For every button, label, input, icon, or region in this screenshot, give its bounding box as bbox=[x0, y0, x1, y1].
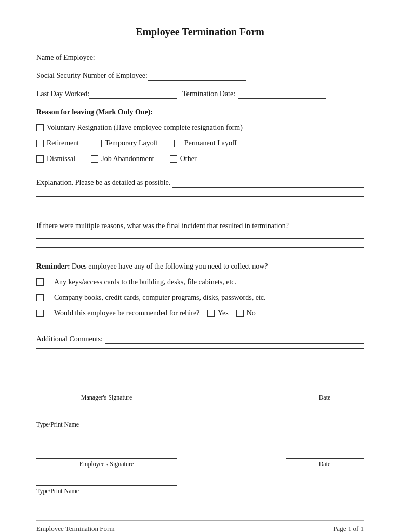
reason-heading: Reason for leaving (Mark Only One): bbox=[36, 108, 364, 116]
rehire-no-label: No bbox=[247, 309, 256, 317]
manager-date-line[interactable] bbox=[286, 382, 364, 392]
reminder-body: Does employee have any of the following … bbox=[70, 262, 268, 270]
dates-field-row: Last Day Worked: Termination Date: bbox=[36, 90, 364, 99]
manager-sig-block: Manager's Signature Date Type/Print Name bbox=[36, 371, 364, 429]
retirement-checkbox[interactable] bbox=[36, 140, 44, 147]
dismissal-label: Dismissal bbox=[47, 155, 75, 163]
employee-print-label: Type/Print Name bbox=[36, 487, 79, 495]
job-abandon-label: Job Abandonment bbox=[101, 155, 154, 163]
name-field-row: Name of Employee: bbox=[36, 54, 364, 62]
reminder-bold: Reminder: bbox=[36, 262, 70, 270]
other-item: Other bbox=[170, 155, 197, 163]
row2-checkboxes: Retirement Temporary Layoff Permanent La… bbox=[36, 139, 364, 150]
dismissal-checkbox[interactable] bbox=[36, 155, 44, 163]
multiple-reasons-line-2 bbox=[36, 247, 364, 248]
perm-layoff-item: Permanent Layoff bbox=[174, 139, 237, 148]
job-abandon-item: Job Abandonment bbox=[91, 155, 154, 163]
temp-layoff-checkbox[interactable] bbox=[95, 140, 102, 147]
manager-print-group: Type/Print Name bbox=[36, 404, 364, 429]
name-label: Name of Employee: bbox=[36, 54, 95, 62]
keys-item: Any keys/access cards to the building, d… bbox=[36, 278, 364, 286]
voluntary-checkbox[interactable] bbox=[36, 124, 44, 131]
ssn-label: Social Security Number of Employee: bbox=[36, 72, 148, 80]
employee-print-group: Type/Print Name bbox=[36, 470, 364, 495]
page-title: Employee Termination Form bbox=[36, 26, 364, 38]
explanation-input-1[interactable] bbox=[172, 179, 364, 188]
books-text: Company books, credit cards, computer pr… bbox=[54, 294, 265, 302]
rehire-item: Would this employee be recommended for r… bbox=[36, 309, 364, 317]
explanation-section: Explanation. Please be as detailed as po… bbox=[36, 179, 364, 201]
row3-checkboxes: Dismissal Job Abandonment Other bbox=[36, 155, 364, 165]
ldw-input[interactable] bbox=[89, 90, 177, 99]
multiple-reasons-line-1 bbox=[36, 238, 364, 239]
termination-date-input[interactable] bbox=[238, 90, 326, 99]
ssn-field-row: Social Security Number of Employee: bbox=[36, 72, 364, 81]
voluntary-row: Voluntary Resignation (Have employee com… bbox=[36, 124, 364, 134]
explanation-label: Explanation. Please be as detailed as po… bbox=[36, 179, 170, 187]
employee-date-group: Date bbox=[286, 448, 364, 468]
ssn-input[interactable] bbox=[148, 72, 246, 81]
form-page: Employee Termination Form Name of Employ… bbox=[0, 0, 400, 532]
manager-print-label: Type/Print Name bbox=[36, 421, 79, 429]
dismissal-item: Dismissal bbox=[36, 155, 75, 163]
employee-sig-row: Employee's Signature Date bbox=[36, 448, 364, 468]
additional-line-2 bbox=[36, 348, 364, 349]
manager-date-group: Date bbox=[286, 382, 364, 402]
books-item: Company books, credit cards, computer pr… bbox=[36, 294, 364, 302]
explanation-line-3 bbox=[36, 196, 364, 197]
reminder-text: Reminder: Does employee have any of the … bbox=[36, 262, 364, 271]
rehire-no-checkbox[interactable] bbox=[236, 310, 244, 317]
footer-right: Page 1 of 1 bbox=[333, 525, 364, 532]
reminder-section: Reminder: Does employee have any of the … bbox=[36, 262, 364, 325]
signature-section: Manager's Signature Date Type/Print Name… bbox=[36, 371, 364, 504]
employee-sig-group: Employee's Signature bbox=[36, 448, 177, 468]
additional-first-row: Additional Comments: bbox=[36, 335, 364, 344]
multiple-reasons-question: If there were multiple reasons, what was… bbox=[36, 222, 364, 230]
other-checkbox[interactable] bbox=[170, 155, 177, 163]
perm-layoff-checkbox[interactable] bbox=[174, 140, 181, 147]
footer: Employee Termination Form Page 1 of 1 bbox=[36, 520, 364, 532]
employee-print-line[interactable] bbox=[36, 475, 177, 486]
employee-sig-block: Employee's Signature Date Type/Print Nam… bbox=[36, 438, 364, 495]
manager-sig-line[interactable] bbox=[36, 382, 177, 392]
employee-date-line[interactable] bbox=[286, 448, 364, 459]
rehire-question: Would this employee be recommended for r… bbox=[54, 309, 199, 317]
retirement-item: Retirement bbox=[36, 139, 79, 148]
term-label: Termination Date: bbox=[182, 90, 235, 98]
manager-print-line[interactable] bbox=[36, 409, 177, 419]
perm-layoff-label: Permanent Layoff bbox=[184, 139, 237, 148]
rehire-yes-option: Yes bbox=[207, 309, 228, 317]
footer-left: Employee Termination Form bbox=[36, 525, 115, 532]
employee-sig-label: Employee's Signature bbox=[79, 460, 134, 468]
retirement-label: Retirement bbox=[47, 139, 79, 148]
rehire-row: Would this employee be recommended for r… bbox=[54, 309, 256, 317]
rehire-main-checkbox[interactable] bbox=[36, 310, 44, 317]
explanation-first-row: Explanation. Please be as detailed as po… bbox=[36, 179, 364, 188]
name-input[interactable] bbox=[95, 54, 220, 62]
keys-checkbox[interactable] bbox=[36, 278, 44, 286]
manager-sig-label: Manager's Signature bbox=[81, 394, 132, 402]
manager-sig-row: Manager's Signature Date bbox=[36, 382, 364, 402]
ldw-label: Last Day Worked: bbox=[36, 90, 89, 98]
rehire-yes-label: Yes bbox=[218, 309, 228, 317]
rehire-yes-checkbox[interactable] bbox=[207, 310, 215, 317]
explanation-line-2 bbox=[36, 192, 364, 192]
voluntary-label: Voluntary Resignation (Have employee com… bbox=[47, 124, 243, 132]
manager-sig-group: Manager's Signature bbox=[36, 382, 177, 402]
job-abandon-checkbox[interactable] bbox=[91, 155, 98, 163]
additional-label: Additional Comments: bbox=[36, 335, 103, 343]
manager-date-label: Date bbox=[319, 394, 331, 402]
books-checkbox[interactable] bbox=[36, 294, 44, 301]
voluntary-item: Voluntary Resignation (Have employee com… bbox=[36, 124, 348, 132]
employee-sig-line[interactable] bbox=[36, 448, 177, 459]
rehire-no-option: No bbox=[236, 309, 256, 317]
additional-comments-section: Additional Comments: bbox=[36, 335, 364, 353]
temp-layoff-label: Temporary Layoff bbox=[105, 139, 158, 148]
additional-input[interactable] bbox=[105, 335, 364, 344]
temp-layoff-item: Temporary Layoff bbox=[95, 139, 158, 148]
other-label: Other bbox=[180, 155, 197, 163]
employee-date-label: Date bbox=[319, 460, 331, 468]
keys-text: Any keys/access cards to the building, d… bbox=[54, 278, 236, 286]
